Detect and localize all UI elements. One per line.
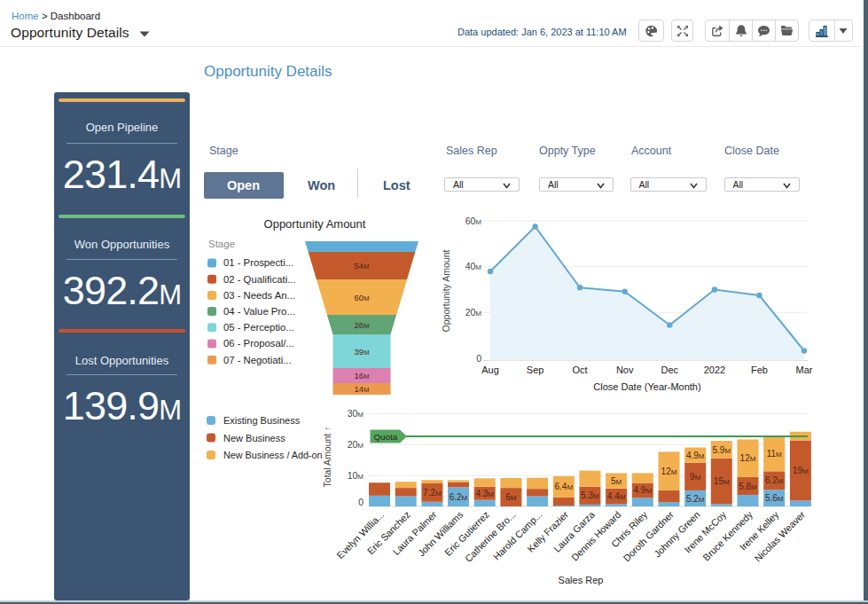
svg-text:Opportunity Amount: Opportunity Amount [441, 250, 451, 333]
svg-text:26M: 26M [355, 320, 370, 330]
svg-text:Close Date (Year-Month): Close Date (Year-Month) [593, 381, 700, 392]
svg-text:4.3M: 4.3M [475, 489, 494, 498]
svg-text:5.6M: 5.6M [765, 493, 784, 503]
svg-text:Dec: Dec [661, 365, 679, 375]
svg-text:4.9M: 4.9M [686, 451, 705, 460]
svg-text:06 - Proposal/...: 06 - Proposal/... [223, 338, 294, 349]
svg-text:12M: 12M [661, 467, 677, 476]
svg-text:39M: 39M [355, 347, 370, 357]
svg-text:Existing Business: Existing Business [223, 415, 301, 426]
svg-text:14M: 14M [355, 384, 370, 394]
svg-text:New Business / Add-on: New Business / Add-on [223, 450, 323, 460]
svg-text:7.2M: 7.2M [423, 488, 442, 498]
svg-text:04 - Value Pro...: 04 - Value Pro... [223, 306, 295, 317]
svg-text:6.2M: 6.2M [765, 475, 784, 485]
svg-text:Quota: Quota [374, 432, 398, 442]
svg-text:12M: 12M [740, 453, 756, 463]
svg-text:19M: 19M [793, 466, 809, 475]
svg-text:5.3M: 5.3M [581, 490, 599, 500]
svg-text:6.2M: 6.2M [450, 492, 468, 502]
svg-text:4.9M: 4.9M [634, 485, 653, 495]
svg-text:16M: 16M [355, 371, 370, 380]
svg-text:01 - Prospecti...: 01 - Prospecti... [223, 257, 293, 268]
svg-text:9M: 9M [690, 472, 701, 482]
svg-text:54M: 54M [355, 261, 370, 271]
svg-text:6.4M: 6.4M [555, 482, 574, 491]
svg-text:Sep: Sep [527, 365, 544, 375]
svg-text:0: 0 [358, 497, 364, 507]
svg-text:30M: 30M [348, 408, 364, 419]
svg-text:5.2M: 5.2M [686, 494, 705, 504]
svg-text:05 - Perceptio...: 05 - Perceptio... [223, 322, 294, 333]
svg-text:07 - Negotiati...: 07 - Negotiati... [223, 355, 292, 365]
svg-text:Opportunity Amount: Opportunity Amount [264, 217, 366, 231]
svg-text:15M: 15M [714, 476, 730, 486]
svg-text:New Business: New Business [223, 433, 285, 443]
svg-text:Nov: Nov [616, 365, 634, 375]
svg-text:Sales Rep: Sales Rep [559, 575, 604, 585]
svg-text:4.4M: 4.4M [607, 491, 626, 501]
svg-text:5M: 5M [611, 476, 622, 486]
svg-text:0: 0 [476, 353, 481, 364]
svg-text:Oct: Oct [573, 365, 588, 375]
svg-text:11M: 11M [767, 449, 782, 459]
svg-text:40M: 40M [465, 261, 482, 271]
svg-text:6M: 6M [505, 492, 517, 502]
svg-text:5.9M: 5.9M [713, 445, 731, 455]
svg-text:Total Amount ↑: Total Amount ↑ [322, 427, 332, 488]
svg-text:Aug: Aug [481, 365, 499, 375]
svg-text:03 - Needs An...: 03 - Needs An... [223, 290, 295, 301]
svg-text:Stage: Stage [208, 239, 235, 249]
svg-text:5.8M: 5.8M [739, 482, 757, 491]
svg-text:Feb: Feb [751, 365, 768, 375]
svg-text:20M: 20M [465, 307, 482, 318]
svg-text:60M: 60M [355, 293, 370, 302]
svg-text:02 - Qualificati...: 02 - Qualificati... [223, 274, 296, 285]
svg-text:Mar: Mar [796, 365, 813, 375]
svg-text:10M: 10M [348, 470, 364, 481]
svg-text:60M: 60M [465, 216, 482, 226]
svg-text:20M: 20M [348, 439, 364, 450]
svg-text:2022: 2022 [704, 365, 725, 375]
